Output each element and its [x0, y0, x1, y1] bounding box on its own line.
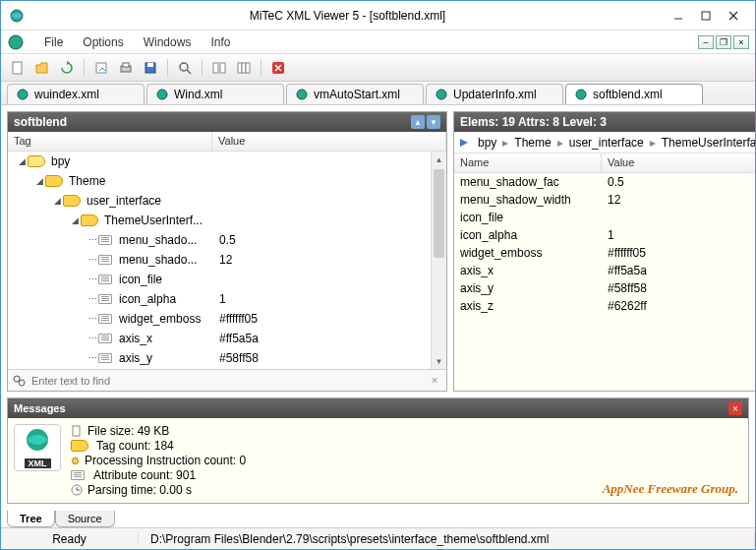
tree-scrollbar[interactable]: ▲ ▼: [431, 152, 446, 369]
document-tab[interactable]: Wind.xml: [146, 84, 284, 104]
tree-node-tag[interactable]: ◢Theme: [8, 171, 446, 191]
svg-rect-30: [73, 426, 80, 436]
tree-node-attr[interactable]: ⋯axis_y#58ff58: [8, 348, 446, 368]
tree-node-attr[interactable]: ⋯icon_file: [8, 270, 446, 289]
property-row[interactable]: icon_alpha1: [454, 226, 756, 244]
clear-search-button[interactable]: ×: [427, 373, 442, 389]
layout-button[interactable]: [208, 57, 230, 79]
scroll-thumb[interactable]: [434, 169, 444, 258]
property-row[interactable]: axis_z#6262ff: [454, 297, 756, 315]
tree-node-attr[interactable]: ⋯icon_alpha1: [8, 289, 446, 309]
xml-tree[interactable]: ◢bpy◢Theme◢user_interface◢ThemeUserInter…: [8, 152, 446, 369]
file-icon: [71, 425, 83, 437]
prop-name: widget_emboss: [460, 246, 608, 260]
svg-line-13: [187, 70, 191, 74]
node-label: axis_y: [119, 351, 152, 365]
document-tab[interactable]: UpdaterInfo.xml: [426, 84, 563, 104]
tab-tree[interactable]: Tree: [7, 511, 55, 527]
columns-button[interactable]: [233, 57, 255, 79]
mdi-close-button[interactable]: ×: [733, 35, 749, 49]
close-button[interactable]: [720, 6, 747, 26]
tree-panel: softblend ▲ ▼ Tag Value ◢bpy◢Theme◢user_…: [7, 111, 447, 392]
scroll-down-icon[interactable]: ▼: [432, 353, 446, 369]
sort-desc-button[interactable]: ▼: [427, 115, 440, 129]
status-bar: Ready D:\Program Files\Blender\2.79\scri…: [1, 527, 755, 549]
breadcrumb-item[interactable]: bpy: [474, 134, 500, 152]
new-button[interactable]: [7, 57, 29, 79]
property-row[interactable]: widget_emboss#ffffff05: [454, 244, 756, 262]
expand-toggle[interactable]: ◢: [33, 176, 45, 186]
svg-point-23: [157, 90, 167, 99]
expand-toggle[interactable]: ◢: [16, 156, 28, 166]
maximize-button[interactable]: [692, 6, 720, 26]
col-name[interactable]: Name: [454, 153, 602, 172]
tree-node-tag[interactable]: ◢bpy: [8, 152, 446, 171]
property-row[interactable]: axis_x#ff5a5a: [454, 262, 756, 279]
print-button[interactable]: [115, 57, 137, 79]
col-value[interactable]: Value: [212, 132, 446, 151]
attrcount-text: Attribute count: 901: [93, 468, 196, 482]
prop-name: menu_shadow_fac: [460, 175, 608, 189]
breadcrumb-item[interactable]: Theme: [510, 134, 554, 152]
prop-name: icon_file: [460, 211, 608, 224]
messages-close-button[interactable]: ×: [728, 401, 742, 415]
mdi-restore-button[interactable]: ❐: [716, 35, 731, 49]
menu-info[interactable]: Info: [201, 32, 240, 52]
tab-source[interactable]: Source: [55, 511, 115, 527]
pi-text: Processing Instruction count: 0: [85, 454, 246, 467]
tree-node-attr[interactable]: ⋯menu_shado...0.5: [8, 230, 446, 250]
tree-node-attr[interactable]: ⋯axis_z#6262ff: [8, 368, 446, 369]
tree-node-tag[interactable]: ◢ThemeUserInterf...: [8, 211, 446, 230]
breadcrumb: bpy▸Theme▸user_interface▸ThemeUserInterf…: [454, 132, 756, 153]
menu-windows[interactable]: Windows: [134, 32, 202, 52]
messages-panel: Messages × XML File size: 49 KB Tag coun…: [7, 397, 749, 504]
menu-file[interactable]: File: [34, 32, 73, 52]
col-value-right[interactable]: Value: [602, 153, 756, 172]
tag-icon: [81, 214, 98, 226]
save-button[interactable]: [140, 57, 161, 79]
attr-icon: [98, 334, 112, 343]
status-path: D:\Program Files\Blender\2.79\scripts\pr…: [139, 532, 755, 546]
open-button[interactable]: [31, 57, 53, 79]
breadcrumb-item[interactable]: user_interface: [565, 134, 648, 152]
property-list[interactable]: menu_shadow_fac0.5menu_shadow_width12ico…: [454, 173, 756, 391]
tree-node-tag[interactable]: ◢user_interface: [8, 191, 446, 211]
tree-node-attr[interactable]: ⋯widget_emboss#ffffff05: [8, 309, 446, 329]
menu-options[interactable]: Options: [73, 32, 133, 52]
breadcrumb-item[interactable]: ThemeUserInterface: [658, 134, 756, 152]
export-button[interactable]: [90, 57, 112, 79]
document-tab[interactable]: vmAutoStart.xml: [286, 84, 424, 104]
refresh-button[interactable]: [56, 57, 78, 79]
svg-rect-14: [213, 63, 218, 73]
prop-value: #6262ff: [608, 299, 647, 313]
attr-icon: [98, 235, 112, 245]
expand-toggle[interactable]: ◢: [69, 215, 81, 225]
close-file-button[interactable]: [267, 57, 289, 79]
expand-toggle[interactable]: ◢: [51, 196, 63, 206]
sort-asc-button[interactable]: ▲: [411, 115, 425, 129]
parsetime-text: Parsing time: 0.00 s: [87, 483, 192, 497]
svg-point-24: [297, 90, 307, 99]
minimize-button[interactable]: [665, 6, 692, 26]
document-tab[interactable]: wuindex.xml: [7, 84, 145, 104]
property-row[interactable]: icon_file: [454, 209, 756, 226]
scroll-up-icon[interactable]: ▲: [432, 152, 446, 167]
tree-node-attr[interactable]: ⋯menu_shado...12: [8, 250, 446, 270]
tree-dash: ⋯: [87, 334, 98, 343]
tag-icon: [63, 195, 81, 207]
tree-node-attr[interactable]: ⋯axis_x#ff5a5a: [8, 329, 446, 348]
detail-panel-header: Elems: 19 Attrs: 8 Level: 3: [454, 112, 756, 132]
property-row[interactable]: menu_shadow_fac0.5: [454, 173, 756, 191]
property-row[interactable]: menu_shadow_width12: [454, 191, 756, 209]
mdi-minimize-button[interactable]: –: [698, 35, 714, 49]
svg-rect-9: [123, 63, 129, 67]
search-button[interactable]: [174, 57, 196, 79]
tab-label: vmAutoStart.xml: [314, 88, 400, 101]
document-tab[interactable]: softblend.xml: [565, 84, 703, 104]
watermark: AppNee Freeware Group.: [603, 481, 738, 497]
prop-value: 1: [608, 228, 614, 242]
col-tag[interactable]: Tag: [8, 132, 212, 151]
breadcrumb-icon[interactable]: [458, 137, 470, 149]
property-row[interactable]: axis_y#58ff58: [454, 279, 756, 297]
search-input[interactable]: [29, 373, 427, 389]
